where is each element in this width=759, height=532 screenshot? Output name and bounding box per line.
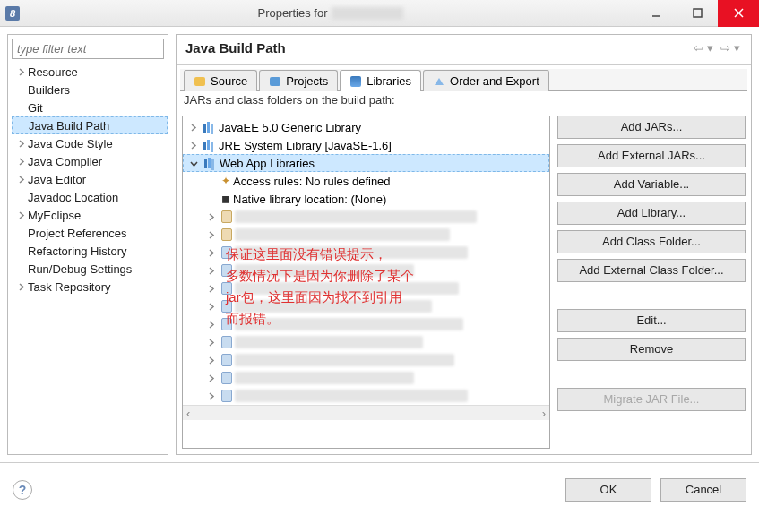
tab-libraries[interactable]: Libraries (340, 70, 421, 91)
expander-icon[interactable] (186, 122, 199, 133)
expander-icon[interactable] (204, 337, 217, 348)
jar-entry[interactable] (183, 208, 549, 226)
expander-icon[interactable] (15, 174, 26, 184)
jar-entry[interactable] (183, 333, 549, 351)
expander-icon[interactable] (204, 390, 217, 401)
jar-entry[interactable] (183, 387, 549, 405)
nav-item-git[interactable]: Git (12, 99, 168, 116)
library-icon (350, 76, 361, 87)
expander-icon[interactable] (204, 247, 217, 258)
add-library-button[interactable]: Add Library... (557, 202, 746, 225)
jar-icon (221, 318, 232, 330)
expander-icon[interactable] (15, 66, 26, 77)
nav-item-label: Task Repository (28, 280, 110, 294)
expander-icon[interactable] (204, 265, 217, 276)
nav-item-label: Javadoc Location (28, 191, 118, 204)
nav-item-java-editor[interactable]: Java Editor (12, 170, 168, 188)
jar-entry[interactable] (183, 244, 549, 262)
expander-icon[interactable] (204, 211, 217, 222)
remove-button[interactable]: Remove (557, 338, 746, 361)
horizontal-scrollbar[interactable]: ‹› (183, 405, 549, 420)
expander-icon (204, 176, 217, 186)
jar-icon (221, 390, 232, 402)
expander-icon[interactable] (204, 283, 217, 294)
button-column: Add JARs... Add External JARs... Add Var… (557, 116, 746, 449)
jar-entry[interactable] (183, 369, 549, 387)
lib-web-app-libraries[interactable]: Web App Libraries (183, 154, 549, 172)
expander-icon (15, 245, 26, 256)
jar-icon (221, 354, 232, 366)
jar-entry[interactable] (183, 297, 549, 315)
expander-icon[interactable] (204, 319, 217, 330)
expander-icon (15, 102, 26, 113)
forward-icon[interactable]: ⇨ (720, 41, 730, 55)
tab-projects[interactable]: Projects (259, 70, 338, 91)
nav-item-java-compiler[interactable]: Java Compiler (12, 152, 168, 170)
lib-jre-system-library-javase-1-6-[interactable]: JRE System Library [JavaSE-1.6] (183, 136, 549, 154)
nav-item-task-repository[interactable]: Task Repository (12, 278, 168, 296)
add-jars-button[interactable]: Add JARs... (557, 116, 746, 139)
nav-item-builders[interactable]: Builders (12, 81, 168, 99)
cancel-button[interactable]: Cancel (660, 478, 746, 502)
expander-icon[interactable] (204, 373, 217, 383)
add-class-folder-button[interactable]: Add Class Folder... (557, 230, 746, 253)
tab-label: Projects (286, 74, 328, 88)
expander-icon[interactable] (15, 281, 26, 292)
nav-item-refactoring-history[interactable]: Refactoring History (12, 242, 168, 260)
jar-entry[interactable] (183, 315, 549, 333)
nav-arrows: ⇦▾ ⇨▾ (692, 41, 742, 55)
lib-native-library-location-none-[interactable]: ◼Native library location: (None) (183, 190, 549, 208)
nav-tree[interactable]: ResourceBuildersGitJava Build PathJava C… (8, 63, 168, 454)
tab-source[interactable]: Source (184, 70, 257, 91)
expander-icon[interactable] (204, 229, 217, 240)
native-location-icon: ◼ (221, 193, 230, 205)
nav-item-project-references[interactable]: Project References (12, 224, 168, 242)
nav-item-run-debug-settings[interactable]: Run/Debug Settings (12, 260, 168, 278)
nav-item-javadoc-location[interactable]: Javadoc Location (12, 188, 168, 206)
svg-rect-1 (694, 9, 702, 17)
back-icon[interactable]: ⇦ (694, 41, 703, 55)
jar-entry[interactable] (183, 351, 549, 369)
jar-entry[interactable] (183, 262, 549, 279)
lib-javaee-5-0-generic-library[interactable]: JavaEE 5.0 Generic Library (183, 118, 549, 136)
edit-button[interactable]: Edit... (557, 309, 746, 332)
lib-access-rules-no-rules-defined[interactable]: ✦Access rules: No rules defined (183, 172, 549, 190)
jar-label-blurred (235, 282, 459, 295)
help-icon[interactable]: ? (13, 480, 32, 500)
nav-item-resource[interactable]: Resource (12, 63, 168, 81)
jar-label-blurred (235, 228, 450, 241)
nav-item-java-code-style[interactable]: Java Code Style (12, 134, 168, 152)
add-external-jars-button[interactable]: Add External JARs... (557, 144, 746, 167)
jar-entry[interactable] (183, 279, 549, 297)
expander-icon[interactable] (187, 158, 200, 168)
add-variable-button[interactable]: Add Variable... (557, 173, 746, 196)
nav-item-java-build-path[interactable]: Java Build Path (12, 116, 168, 134)
jar-icon (221, 336, 232, 348)
tab-order-and-export[interactable]: Order and Export (423, 70, 549, 91)
expander-icon[interactable] (15, 210, 26, 220)
expander-icon[interactable] (204, 301, 217, 312)
expander-icon[interactable] (15, 156, 26, 167)
expander-icon[interactable] (204, 355, 217, 365)
nav-item-myeclipse[interactable]: MyEclipse (12, 206, 168, 224)
filter-input[interactable] (12, 39, 164, 59)
ok-button[interactable]: OK (565, 478, 651, 502)
minimize-button[interactable] (635, 0, 677, 27)
add-external-class-folder-button[interactable]: Add External Class Folder... (557, 259, 746, 282)
expander-icon[interactable] (15, 138, 26, 149)
maximize-button[interactable] (677, 0, 718, 27)
jar-icon (221, 282, 232, 295)
nav-item-label: Java Editor (28, 173, 86, 186)
nav-item-label: Java Code Style (28, 137, 113, 150)
close-button[interactable] (718, 0, 759, 27)
tab-label: Order and Export (450, 74, 539, 88)
libraries-tree[interactable]: JavaEE 5.0 Generic LibraryJRE System Lib… (182, 116, 550, 449)
order-icon (435, 78, 444, 85)
jar-entry[interactable] (183, 226, 549, 244)
titlebar: 8 Properties for (0, 0, 759, 27)
jar-icon (221, 372, 232, 384)
migrate-jar-button: Migrate JAR File... (557, 388, 746, 411)
expander-icon (15, 192, 26, 202)
expander-icon[interactable] (186, 140, 199, 150)
jar-label-blurred (235, 246, 468, 259)
